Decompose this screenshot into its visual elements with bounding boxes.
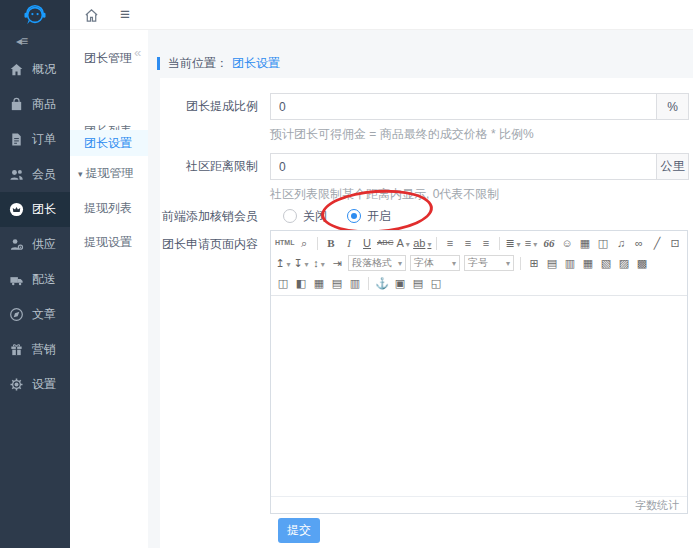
blockquote-button[interactable]: 66	[541, 235, 557, 251]
radio-circle-off	[283, 209, 297, 223]
strikethrough-button[interactable]: ABC	[377, 235, 393, 251]
verify-member-label: 前端添加核销会员	[160, 205, 258, 227]
insert-row-above-button[interactable]: ▦	[580, 255, 596, 271]
sidebar-item-articles[interactable]: 文章	[0, 297, 70, 332]
paragraph-format-select[interactable]: 段落格式▾	[348, 255, 406, 271]
ordered-list-button[interactable]: ≣▾	[505, 235, 521, 251]
insert-row-below-button[interactable]: ▧	[598, 255, 614, 271]
delete-table-button[interactable]: ▥	[347, 275, 363, 291]
align-center-button[interactable]: ≡	[460, 235, 476, 251]
image-button[interactable]: ▦	[577, 235, 593, 251]
cell-props-button[interactable]: ▥	[562, 255, 578, 271]
distance-limit-group: 公里	[270, 153, 689, 180]
italic-button[interactable]: I	[341, 235, 357, 251]
verify-member-radio-group: 关闭 开启	[283, 205, 411, 227]
submenu-item-withdraw-list[interactable]: 提现列表	[84, 200, 132, 217]
rich-text-editor: HTML⌕BIUABCA▾ab▾≡≡≡≣▾≡▾66☺▦◫♫∞╱⊡↥▾↧▾↕▾⇥段…	[270, 230, 688, 514]
align-right-button[interactable]: ≡	[478, 235, 494, 251]
sidebar-item-leader[interactable]: 团长	[0, 192, 70, 227]
commission-ratio-help: 预计团长可得佣金 = 商品最终的成交价格 * 比例%	[270, 126, 534, 143]
toolbar-separator	[368, 277, 369, 290]
link-button[interactable]: ∞	[631, 235, 647, 251]
app-logo[interactable]	[0, 0, 70, 30]
anchor-button[interactable]: ⚓	[374, 275, 390, 291]
goods-icon	[9, 97, 24, 112]
sidebar-item-supply[interactable]: 供应	[0, 227, 70, 262]
insert-col-right-button[interactable]: ▩	[634, 255, 650, 271]
line-height-button[interactable]: ↕▾	[311, 255, 327, 271]
radio-circle-on	[347, 209, 361, 223]
distance-limit-help: 社区列表限制某个距离内显示, 0代表不限制	[270, 186, 499, 203]
map-button[interactable]: ▣	[392, 275, 408, 291]
html-source-button[interactable]: HTML	[275, 235, 294, 251]
word-count-label: 字数统计	[635, 498, 679, 513]
submenu-group-withdraw-management[interactable]: ▾提现管理	[78, 165, 134, 182]
align-left-button[interactable]: ≡	[442, 235, 458, 251]
sidebar-item-marketing[interactable]: 营销	[0, 332, 70, 367]
main-content: 当前位置： 团长设置 团长提成比例 % 预计团长可得佣金 = 商品最终的成交价格…	[148, 30, 693, 548]
breadcrumb-current-link[interactable]: 团长设置	[232, 55, 280, 72]
sidebar-item-settings[interactable]: 设置	[0, 367, 70, 402]
merge-cells-button[interactable]: ◫	[275, 275, 291, 291]
submenu-collapse-icon[interactable]: «	[134, 45, 141, 60]
caret-down-icon: ▾	[78, 169, 83, 179]
highlight-color-button[interactable]: ab▾	[413, 235, 431, 251]
sidebar-collapse-button[interactable]: ◂≡	[0, 30, 70, 52]
preview-icon[interactable]: ⌕	[296, 235, 312, 251]
distance-limit-input[interactable]	[270, 153, 656, 180]
margin-top-button[interactable]: ↥▾	[275, 255, 291, 271]
font-color-button[interactable]: A▾	[395, 235, 411, 251]
submit-button[interactable]: 提交	[278, 518, 320, 543]
fullscreen-button[interactable]: ⊡	[667, 235, 683, 251]
settings-icon	[9, 377, 24, 392]
leader-icon	[9, 202, 24, 217]
insert-col-left-button[interactable]: ▨	[616, 255, 632, 271]
radio-option-on[interactable]: 开启	[347, 208, 391, 225]
overview-icon	[9, 62, 24, 77]
unordered-list-button[interactable]: ≡▾	[523, 235, 539, 251]
video-button[interactable]: ◫	[595, 235, 611, 251]
editor-content-area[interactable]	[271, 296, 687, 496]
breadcrumb-prefix: 当前位置：	[168, 55, 228, 72]
commission-ratio-group: %	[270, 93, 689, 120]
delivery-icon	[9, 272, 24, 287]
sidebar-item-orders[interactable]: 订单	[0, 122, 70, 157]
home-icon[interactable]	[84, 0, 99, 30]
editor-toolbar: HTML⌕BIUABCA▾ab▾≡≡≡≣▾≡▾66☺▦◫♫∞╱⊡↥▾↧▾↕▾⇥段…	[271, 231, 687, 296]
paste-button[interactable]: ◱	[428, 275, 444, 291]
emoticons-button[interactable]: ☺	[559, 235, 575, 251]
indent-button[interactable]: ⇥	[329, 255, 345, 271]
submenu-item-leader-settings[interactable]: 团长设置	[70, 130, 148, 156]
toolbar-separator	[499, 237, 500, 250]
music-button[interactable]: ♫	[613, 235, 629, 251]
bold-button[interactable]: B	[323, 235, 339, 251]
sidebar-item-overview[interactable]: 概况	[0, 52, 70, 87]
robot-logo-icon	[21, 3, 49, 27]
font-family-select[interactable]: 字体▾	[410, 255, 460, 271]
sidebar-item-goods[interactable]: 商品	[0, 87, 70, 122]
table-props-button[interactable]: ▤	[544, 255, 560, 271]
submenu-group-leader-management[interactable]: 团长管理	[84, 50, 132, 67]
underline-button[interactable]: U	[359, 235, 375, 251]
marketing-icon	[9, 342, 24, 357]
hamburger-menu-icon[interactable]: ≡	[120, 0, 130, 30]
members-icon	[9, 167, 24, 182]
remove-format-button[interactable]: ╱	[649, 235, 665, 251]
split-cells-button[interactable]: ◧	[293, 275, 309, 291]
table-insert-button[interactable]: ⊞	[526, 255, 542, 271]
submenu-item-withdraw-settings[interactable]: 提现设置	[84, 234, 132, 251]
toolbar-separator	[520, 257, 521, 270]
settings-form-panel: 团长提成比例 % 预计团长可得佣金 = 商品最终的成交价格 * 比例% 社区距离…	[160, 78, 693, 548]
delete-col-button[interactable]: ▤	[329, 275, 345, 291]
sidebar-item-delivery[interactable]: 配送	[0, 262, 70, 297]
delete-row-button[interactable]: ▦	[311, 275, 327, 291]
margin-bottom-button[interactable]: ↧▾	[293, 255, 309, 271]
orders-icon	[9, 132, 24, 147]
font-size-select[interactable]: 字号▾	[464, 255, 514, 271]
print-button[interactable]: ▤	[410, 275, 426, 291]
toolbar-separator	[436, 237, 437, 250]
sidebar-item-members[interactable]: 会员	[0, 157, 70, 192]
toolbar-separator	[317, 237, 318, 250]
commission-ratio-input[interactable]	[270, 93, 656, 120]
radio-option-off[interactable]: 关闭	[283, 208, 327, 225]
